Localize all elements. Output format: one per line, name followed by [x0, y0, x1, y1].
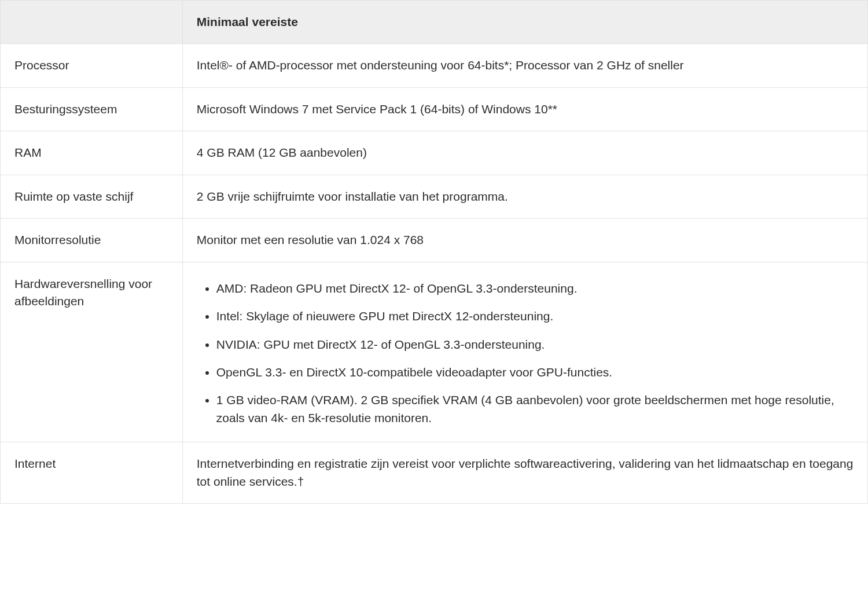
header-value: Minimaal vereiste: [182, 1, 867, 44]
row-value: 2 GB vrije schijfruimte voor installatie…: [182, 175, 867, 218]
row-value: Intel®- of AMD-processor met ondersteuni…: [182, 44, 867, 87]
row-label: RAM: [1, 131, 183, 175]
row-value: Microsoft Windows 7 met Service Pack 1 (…: [182, 87, 867, 131]
table-row: RAM 4 GB RAM (12 GB aanbevolen): [1, 131, 868, 175]
row-value: Monitor met een resolutie van 1.024 x 76…: [182, 219, 867, 262]
row-label: Monitorresolutie: [1, 219, 183, 262]
table-row: Monitorresolutie Monitor met een resolut…: [1, 219, 868, 262]
row-label: Processor: [1, 44, 183, 87]
table-row: Besturingssysteem Microsoft Windows 7 me…: [1, 87, 868, 131]
table-row: Processor Intel®- of AMD-processor met o…: [1, 44, 868, 87]
list-item: NVIDIA: GPU met DirectX 12- of OpenGL 3.…: [216, 336, 854, 353]
list-item: Intel: Skylage of nieuwere GPU met Direc…: [216, 308, 854, 325]
list-item: OpenGL 3.3- en DirectX 10-compatibele vi…: [216, 364, 854, 381]
row-label: Hardwareversnelling voor afbeeldingen: [1, 262, 183, 442]
list-item: AMD: Radeon GPU met DirectX 12- of OpenG…: [216, 280, 854, 297]
row-value: AMD: Radeon GPU met DirectX 12- of OpenG…: [182, 262, 867, 442]
row-value: Internetverbinding en registratie zijn v…: [182, 442, 867, 504]
row-label: Ruimte op vaste schijf: [1, 175, 183, 218]
table-row: Hardwareversnelling voor afbeeldingen AM…: [1, 262, 868, 442]
table-row: Internet Internetverbinding en registrat…: [1, 442, 868, 504]
row-label: Besturingssysteem: [1, 87, 183, 131]
table-body: Processor Intel®- of AMD-processor met o…: [1, 44, 868, 504]
requirements-table: Minimaal vereiste Processor Intel®- of A…: [0, 0, 868, 504]
header-corner: [1, 1, 183, 44]
row-value: 4 GB RAM (12 GB aanbevolen): [182, 131, 867, 175]
row-label: Internet: [1, 442, 183, 504]
list-item: 1 GB video-RAM (VRAM). 2 GB specifiek VR…: [216, 391, 854, 427]
table-header-row: Minimaal vereiste: [1, 1, 868, 44]
requirement-list: AMD: Radeon GPU met DirectX 12- of OpenG…: [197, 280, 854, 427]
table-row: Ruimte op vaste schijf 2 GB vrije schijf…: [1, 175, 868, 218]
